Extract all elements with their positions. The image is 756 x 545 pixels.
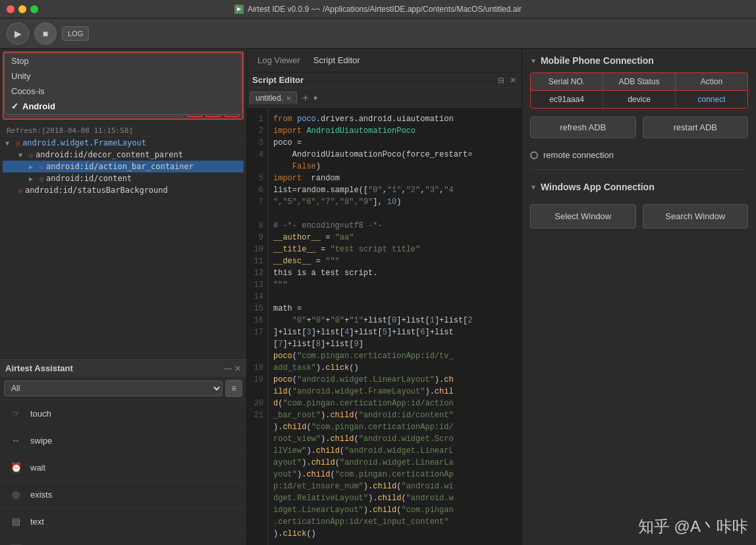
- minimize-button[interactable]: [18, 5, 26, 13]
- device-menu-unity[interactable]: Unity: [5, 68, 242, 84]
- wait-label: wait: [30, 463, 45, 473]
- script-tab-label: untitled.: [256, 93, 283, 103]
- log-button[interactable]: LOG: [62, 26, 89, 41]
- tree-child-1-label: android:id/action_bar_container: [46, 162, 194, 171]
- assist-item-touch[interactable]: ☞ touch: [0, 400, 246, 427]
- code-editor[interactable]: 1 2 3 4 5 6 7 8 9 10 11 12 13 14 15 16 1…: [247, 108, 522, 545]
- device-menu-stop[interactable]: Stop: [5, 53, 242, 68]
- assist-item-text[interactable]: ▤ text: [0, 508, 246, 535]
- editor-undock-button[interactable]: ⊟: [498, 76, 504, 85]
- connection-table: Serial NO. ADB Status Action ec91aaa4 de…: [530, 72, 748, 109]
- search-window-button[interactable]: Search Window: [643, 204, 749, 228]
- select-window-button[interactable]: Select Window: [530, 204, 636, 228]
- device-selector[interactable]: Stop Unity Cocos-is ✓ Android Android 🔒 …: [3, 51, 244, 120]
- editor-close-button[interactable]: ✕: [510, 76, 516, 85]
- refresh-adb-button[interactable]: refresh ADB: [530, 117, 636, 138]
- tree-root[interactable]: ▼ ◎ android.widget.FrameLayout: [3, 137, 244, 149]
- keyevent-icon: ⌨: [8, 540, 24, 545]
- device-menu-android[interactable]: ✓ Android: [5, 99, 242, 114]
- close-button[interactable]: [7, 5, 14, 13]
- tree-child-0[interactable]: ▼ ◎ android:id/decor_content_parent: [3, 149, 244, 161]
- stop-button[interactable]: ■: [34, 22, 57, 45]
- top-tab-bar: Log Viewer Script Editor: [247, 49, 522, 72]
- device-menu-cocos[interactable]: Cocos-is: [5, 84, 242, 99]
- assistant-close-button[interactable]: ✕: [234, 364, 241, 373]
- assist-item-exists[interactable]: ◎ exists: [0, 481, 246, 508]
- text-label: text: [30, 517, 44, 527]
- wait-icon: ⏰: [8, 459, 24, 475]
- watermark-text: 知乎 @A丶咔咔: [638, 516, 748, 537]
- code-line-16b: ]+list[3]+list[4]+list[5]+list[6]+list: [273, 326, 516, 338]
- code-line-13: """: [273, 279, 516, 291]
- serial-header: Serial NO.: [531, 73, 603, 90]
- title-bar-text: ▶ Airtest IDE v0.0.9 ~~ /Applications/Ai…: [234, 5, 522, 14]
- tree-panel: Refresh:[2018-04-08 11:15:58] ▼ ◎ androi…: [0, 122, 246, 358]
- assist-item-wait[interactable]: ⏰ wait: [0, 454, 246, 481]
- tree-child-2[interactable]: ▶ ◎ android:id/content: [3, 172, 244, 184]
- editor-title: Script Editor: [252, 75, 304, 85]
- code-line-4b: False): [273, 161, 516, 172]
- tab-log-viewer[interactable]: Log Viewer: [251, 55, 307, 65]
- title-bar: ▶ Airtest IDE v0.0.9 ~~ /Applications/Ai…: [0, 0, 756, 18]
- tree-child-2-label: android:id/content: [46, 174, 132, 183]
- remote-radio[interactable]: [530, 151, 538, 159]
- windows-connection-header: ▼ Windows App Connection: [522, 175, 756, 199]
- app-title: Airtest IDE v0.0.9 ~~ /Applications/Airt…: [248, 5, 522, 14]
- code-line-15: math =: [273, 303, 516, 315]
- play-button[interactable]: ▶: [7, 22, 29, 45]
- app-icon: ▶: [234, 5, 244, 14]
- code-line-8: # -*- encoding=utf8 -*-: [273, 220, 516, 232]
- assist-item-swipe[interactable]: ↔ swipe: [0, 427, 246, 454]
- tab-script-editor[interactable]: Script Editor: [307, 55, 367, 65]
- mobile-connection-header: ▼ Mobile Phone Connection: [522, 49, 756, 72]
- windows-section-arrow-icon: ▼: [530, 184, 537, 191]
- checkmark-icon: ✓: [11, 101, 18, 111]
- right-panel: ▼ Mobile Phone Connection Serial NO. ADB…: [522, 49, 756, 545]
- editor-header: Script Editor ⊟ ✕: [247, 72, 522, 88]
- code-line-18: poco("android.widget.LinearLayout").ch: [273, 374, 516, 386]
- code-line-16: "0"+"0"+"0"+"1"+list[0]+list[1]+list[2: [273, 315, 516, 326]
- filter-action-button[interactable]: ≡: [225, 380, 242, 397]
- tree-child-3[interactable]: ◎ android:id/statusBarBackground: [3, 184, 244, 196]
- window-buttons: Select Window Search Window: [530, 204, 748, 228]
- code-line-6: list=random.sample(["0","1","2","3","4: [273, 184, 516, 196]
- filter-select[interactable]: All: [4, 380, 223, 396]
- touch-label: touch: [30, 409, 51, 419]
- script-tab-untitled[interactable]: untitled. ✕: [250, 91, 297, 104]
- restart-adb-button[interactable]: restart ADB: [643, 117, 749, 138]
- text-icon: ▤: [8, 513, 24, 529]
- maximize-button[interactable]: [30, 5, 38, 13]
- connect-arrow-icon: ↑: [747, 93, 748, 105]
- remote-connection[interactable]: remote connection: [522, 146, 756, 164]
- code-line-2: import AndroidUiautomationPoco: [273, 125, 516, 137]
- remote-connection-label: remote connection: [543, 150, 614, 160]
- connect-button[interactable]: connect ↑: [676, 91, 747, 108]
- editor-header-controls: ⊟ ✕: [498, 76, 516, 85]
- code-line-9: __author__ = "aa": [273, 232, 516, 244]
- add-tab-button[interactable]: +: [300, 92, 311, 104]
- toolbar: ▶ ■ LOG: [0, 18, 756, 49]
- connection-table-header: Serial NO. ADB Status Action: [531, 73, 747, 91]
- serial-value: ec91aaa4: [531, 91, 603, 108]
- assistant-minimize-button[interactable]: —: [224, 364, 232, 373]
- action-header: Action: [676, 73, 747, 90]
- code-line-17: poco("com.pingan.certicationApp:id/tv_: [273, 350, 516, 362]
- section-arrow-icon: ▼: [530, 57, 537, 65]
- tree-child-1[interactable]: ▶ ◎ android:id/action_bar_container: [3, 161, 244, 172]
- assistant-controls: — ✕: [224, 364, 241, 373]
- device-dropdown-menu[interactable]: Stop Unity Cocos-is ✓ Android: [4, 53, 242, 115]
- tree-root-label: android.widget.FrameLayout: [22, 138, 146, 147]
- code-content[interactable]: from poco.drivers.android.uiautomation i…: [268, 108, 522, 545]
- watermark: 知乎 @A丶咔咔: [522, 508, 756, 545]
- section-divider: [530, 169, 748, 170]
- script-tab-close[interactable]: ✕: [286, 95, 291, 102]
- tab-dropdown-button[interactable]: ▾: [313, 93, 317, 103]
- code-line-1: from poco.drivers.android.uiautomation: [273, 113, 516, 125]
- assist-item-keyevent[interactable]: ⌨ keyevent: [0, 535, 246, 545]
- window-controls: [7, 5, 38, 13]
- assistant-title: Airtest Assistant: [5, 363, 73, 373]
- tree-child-3-label: android:id/statusBarBackground: [25, 186, 168, 195]
- code-line-11: __desc__ = """: [273, 255, 516, 267]
- adb-status-value: device: [603, 91, 676, 108]
- code-line-7: [273, 208, 516, 220]
